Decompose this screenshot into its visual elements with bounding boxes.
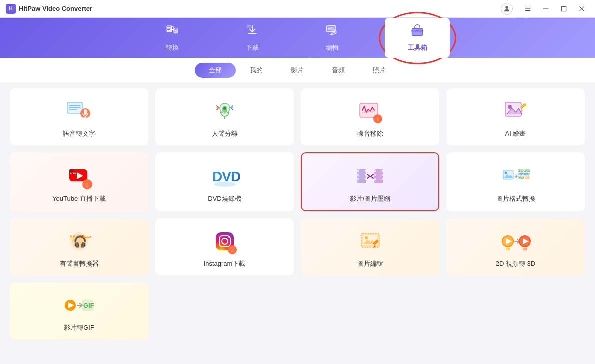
svg-rect-42 <box>374 178 376 180</box>
compress-label: 影片/圖片壓縮 <box>350 194 391 204</box>
tool-2d-to-3d[interactable]: 2D 3D 2D 視頻轉 3D <box>446 218 585 276</box>
image-edit-icon <box>358 228 384 254</box>
edit-icon <box>326 24 340 40</box>
nav-item-edit[interactable]: 編輯 <box>292 18 372 58</box>
svg-rect-33 <box>358 170 359 172</box>
tool-image-convert[interactable]: JPG JPEG PNG DMP WebP TIFF 圖片格式轉換 <box>446 152 585 212</box>
svg-text:AAX: AAX <box>84 235 92 240</box>
svg-rect-45 <box>382 178 384 180</box>
tool-audiobook[interactable]: 🎧 AA & AAX 有聲書轉換器 <box>10 218 148 276</box>
image-convert-label: 圖片格式轉換 <box>496 194 536 204</box>
svg-point-0 <box>506 6 508 8</box>
window-controls <box>501 3 589 15</box>
audiobook-label: 有聲書轉換器 <box>60 260 99 268</box>
tool-image-edit[interactable]: 圖片編輯 <box>301 218 440 276</box>
close-button[interactable] <box>575 3 589 15</box>
vocal-remover-label: 人聲分離 <box>212 130 238 138</box>
svg-text:PNG: PNG <box>519 174 524 176</box>
dvd-burner-icon: DVD <box>210 164 240 190</box>
filter-tab-audio[interactable]: 音頻 <box>318 63 359 78</box>
tool-dvd-burner[interactable]: DVD DVD燒錄機 <box>156 152 294 212</box>
nav-edit-label: 編輯 <box>326 44 339 52</box>
svg-rect-18 <box>68 102 82 114</box>
svg-rect-5 <box>562 6 566 11</box>
dvd-burner-label: DVD燒錄機 <box>208 194 241 204</box>
tool-ai-drawing[interactable]: AI 繪畫 <box>446 88 585 146</box>
youtube-download-icon: LIVE ↓ <box>66 164 92 190</box>
svg-rect-38 <box>365 178 366 180</box>
svg-rect-4 <box>544 8 549 9</box>
maximize-button[interactable] <box>557 3 571 15</box>
svg-point-69 <box>228 236 230 238</box>
video-to-gif-label: 影片轉GIF <box>64 324 94 332</box>
noise-removal-badge: ↓ <box>374 114 382 124</box>
tools-row-2: LIVE ↓ YouTube 直播下載 DVD <box>10 152 585 212</box>
app-title: HitPaw Video Converter <box>19 5 92 12</box>
nav-convert-label: 轉換 <box>166 44 179 52</box>
instagram-label: Instagram下載 <box>204 260 246 268</box>
tool-video-to-gif[interactable]: GIF 影片轉GIF <box>10 282 148 340</box>
minimize-button[interactable] <box>539 3 553 15</box>
tool-instagram[interactable]: ↓ Instagram下載 <box>156 218 294 276</box>
svg-rect-34 <box>358 174 359 176</box>
svg-text:JPG: JPG <box>519 170 524 172</box>
svg-text:3D: 3D <box>523 248 528 251</box>
menu-button[interactable] <box>521 3 535 15</box>
logo-icon: H <box>6 4 16 14</box>
tools-row-3: 🎧 AA & AAX 有聲書轉換器 <box>10 218 585 276</box>
svg-point-72 <box>365 236 368 240</box>
nav-item-toolbox[interactable]: 工具箱 <box>385 18 450 58</box>
svg-point-24 <box>508 105 512 109</box>
svg-text:AA: AA <box>70 234 76 240</box>
image-edit-label: 圖片編輯 <box>358 260 384 268</box>
svg-text:GIF: GIF <box>84 302 94 310</box>
svg-rect-17 <box>416 30 418 32</box>
image-convert-icon: JPG JPEG PNG DMP WebP TIFF <box>502 164 530 190</box>
nav-item-convert[interactable]: 轉換 <box>132 18 212 58</box>
tool-voice-to-text[interactable]: 語音轉文字 <box>10 88 148 146</box>
svg-text:JPEG: JPEG <box>524 170 530 172</box>
svg-point-31 <box>214 182 236 187</box>
titlebar: H HitPaw Video Converter <box>0 0 595 18</box>
svg-rect-40 <box>374 170 376 172</box>
filter-tab-mine[interactable]: 我的 <box>236 63 277 78</box>
ai-drawing-icon <box>503 98 529 124</box>
2d-to-3d-label: 2D 視頻轉 3D <box>496 260 536 268</box>
instagram-badge: ↓ <box>228 246 237 254</box>
tool-compress[interactable]: 影片/圖片壓縮 <box>301 152 440 212</box>
tools-row-1: 語音轉文字 人聲分離 <box>10 88 585 146</box>
profile-button[interactable] <box>501 3 513 15</box>
toolbox-icon <box>410 24 424 40</box>
noise-removal-label: 噪音移除 <box>358 130 384 138</box>
svg-text:2D: 2D <box>506 248 510 251</box>
svg-rect-35 <box>358 178 359 180</box>
nav-item-download[interactable]: 下載 <box>212 18 292 58</box>
filter-tab-video[interactable]: 影片 <box>277 63 318 78</box>
filter-tab-photo[interactable]: 照片 <box>359 63 400 78</box>
tool-vocal-remover[interactable]: 人聲分離 <box>156 88 294 146</box>
ai-drawing-label: AI 繪畫 <box>506 130 526 138</box>
svg-rect-15 <box>416 28 420 30</box>
tool-noise-removal[interactable]: ↓ 噪音移除 <box>301 88 440 146</box>
svg-rect-41 <box>374 174 376 176</box>
vocal-remover-icon <box>212 98 238 124</box>
voice-to-text-icon <box>66 98 92 124</box>
compress-icon <box>356 164 384 190</box>
tools-content: 語音轉文字 人聲分離 <box>0 84 595 364</box>
filter-tab-all[interactable]: 全部 <box>195 63 236 78</box>
svg-rect-36 <box>365 170 366 172</box>
filter-bar: 全部 我的 影片 音頻 照片 <box>0 58 595 84</box>
youtube-download-label: YouTube 直播下載 <box>52 194 106 204</box>
svg-point-25 <box>524 104 526 106</box>
svg-point-21 <box>224 107 226 110</box>
nav-bar: 轉換 下載 編輯 <box>0 18 595 58</box>
noise-removal-icon: ↓ <box>358 98 384 124</box>
svg-rect-3 <box>526 10 531 10</box>
svg-rect-10 <box>247 25 252 28</box>
tool-youtube-download[interactable]: LIVE ↓ YouTube 直播下載 <box>10 152 148 212</box>
svg-rect-1 <box>526 6 531 7</box>
svg-text:TIFF: TIFF <box>524 177 530 180</box>
svg-text:DMP: DMP <box>524 174 530 176</box>
voice-to-text-label: 語音轉文字 <box>63 130 96 138</box>
nav-toolbox-label: 工具箱 <box>408 44 428 52</box>
